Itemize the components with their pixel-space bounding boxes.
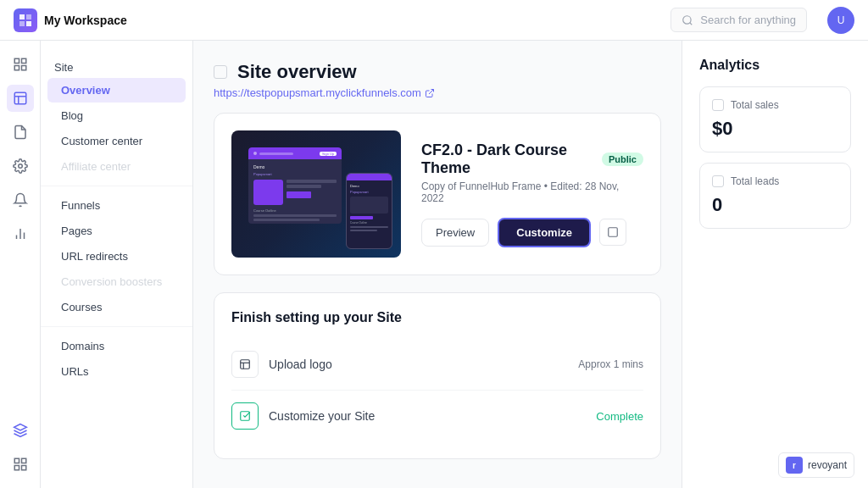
svg-point-10	[18, 164, 22, 169]
svg-rect-6	[21, 58, 25, 63]
nav-divider-1	[41, 186, 192, 186]
customize-site-status: Complete	[596, 410, 643, 423]
theme-card: Sign Up Demo Popupsmart	[214, 113, 661, 275]
revoyant-badge: r revoyant	[778, 452, 854, 478]
page-checkbox[interactable]	[214, 65, 227, 79]
sidebar-icon-chart[interactable]	[7, 220, 34, 247]
sidebar-item-courses[interactable]: Courses	[47, 295, 186, 319]
page-header: Site overview https://testpopupsmart.myc…	[214, 61, 661, 99]
upload-logo-icon	[231, 351, 259, 378]
svg-line-18	[429, 89, 434, 94]
customize-button[interactable]: Customize	[498, 218, 591, 247]
sidebar-icon-grid[interactable]	[7, 51, 34, 78]
page-title: Site overview	[237, 61, 357, 83]
total-sales-value: $0	[712, 118, 838, 140]
theme-info: CF2.0 - Dark Course Theme Public Copy of…	[421, 141, 643, 247]
svg-rect-9	[14, 92, 26, 104]
icon-sidebar	[0, 41, 41, 488]
svg-rect-8	[21, 66, 25, 70]
user-avatar[interactable]: U	[827, 7, 854, 34]
analytics-panel: Analytics Total sales $0 Total leads 0	[682, 41, 868, 488]
svg-rect-7	[14, 66, 19, 70]
workspace-label: My Workspace	[44, 14, 127, 27]
external-link-icon	[425, 88, 435, 98]
customize-site-label: Customize your Site	[269, 409, 375, 423]
preview-button[interactable]: Preview	[421, 219, 489, 247]
sidebar-item-urls[interactable]: URLs	[47, 359, 186, 384]
svg-rect-15	[21, 458, 25, 463]
analytics-card-leads: Total leads 0	[699, 163, 851, 229]
sidebar-item-funnels[interactable]: Funnels	[47, 193, 186, 218]
search-placeholder: Search for anything	[700, 14, 796, 26]
nav-divider-2	[41, 326, 192, 327]
revoyant-icon: r	[786, 457, 803, 474]
sidebar-item-overview[interactable]: Overview	[47, 78, 186, 103]
total-sales-label: Total sales	[731, 99, 779, 111]
sidebar-item-customer-center[interactable]: Customer center	[47, 129, 186, 153]
total-leads-checkbox[interactable]	[712, 175, 724, 187]
svg-rect-16	[14, 466, 19, 470]
search-bar[interactable]: Search for anything	[670, 8, 807, 32]
topbar: My Workspace Search for anything U	[0, 0, 868, 41]
main-content: Site overview https://testpopupsmart.myc…	[193, 41, 682, 488]
setup-title: Finish setting up your Site	[231, 310, 643, 325]
main-layout: Site Overview Blog Customer center Affil…	[0, 41, 868, 488]
analytics-card-sales: Total sales $0	[699, 86, 851, 152]
sidebar-item-conversion-boosters: Conversion boosters	[47, 269, 186, 294]
total-leads-label: Total leads	[731, 175, 779, 187]
sidebar-item-pages[interactable]: Pages	[47, 219, 186, 243]
sidebar-item-blog[interactable]: Blog	[47, 103, 186, 128]
analytics-title: Analytics	[699, 58, 851, 73]
theme-name: CF2.0 - Dark Course Theme Public	[421, 141, 643, 177]
svg-rect-5	[14, 58, 19, 63]
svg-rect-17	[21, 466, 25, 470]
sidebar-item-domains[interactable]: Domains	[47, 334, 186, 358]
svg-rect-1	[26, 14, 31, 19]
total-leads-value: 0	[712, 194, 838, 216]
upload-logo-time: Approx 1 mins	[578, 358, 643, 370]
sidebar-item-affiliate-center: Affiliate center	[47, 154, 186, 179]
site-url[interactable]: https://testpopupsmart.myclickfunnels.co…	[214, 86, 661, 99]
svg-rect-14	[14, 458, 19, 463]
sidebar-icon-file[interactable]	[7, 119, 34, 146]
setup-item-customize-site: Customize your Site Complete	[231, 391, 643, 441]
sidebar-item-url-redirects[interactable]: URL redirects	[47, 244, 186, 269]
theme-preview-image: Sign Up Demo Popupsmart	[231, 130, 401, 258]
logo-icon	[14, 8, 37, 32]
public-badge: Public	[602, 152, 643, 166]
setup-card: Finish setting up your Site Upload logo …	[214, 292, 661, 459]
workspace-logo[interactable]: My Workspace	[14, 8, 127, 32]
svg-rect-20	[241, 360, 250, 369]
svg-rect-2	[19, 21, 25, 26]
sidebar-icon-bell[interactable]	[7, 186, 34, 214]
search-icon	[682, 14, 693, 26]
upload-logo-label: Upload logo	[269, 358, 332, 371]
sidebar-icon-ai[interactable]	[7, 417, 34, 444]
customize-site-icon	[231, 402, 259, 430]
nav-section-site: Site	[41, 54, 192, 77]
left-nav: Site Overview Blog Customer center Affil…	[41, 41, 193, 488]
theme-actions: Preview Customize	[421, 218, 643, 247]
svg-point-4	[683, 15, 691, 23]
revoyant-label: revoyant	[808, 459, 847, 471]
svg-rect-0	[19, 14, 25, 19]
sidebar-icon-layout[interactable]	[7, 85, 34, 112]
svg-rect-3	[26, 21, 31, 26]
svg-rect-19	[609, 228, 618, 237]
svg-rect-23	[241, 412, 250, 421]
sidebar-icon-bottom[interactable]	[7, 451, 34, 478]
setup-item-upload-logo: Upload logo Approx 1 mins	[231, 339, 643, 391]
theme-meta: Copy of FunnelHub Frame • Edited: 28 Nov…	[421, 180, 643, 204]
total-sales-checkbox[interactable]	[712, 99, 724, 111]
more-options-button[interactable]	[599, 219, 626, 246]
sidebar-icon-settings[interactable]	[7, 152, 34, 180]
